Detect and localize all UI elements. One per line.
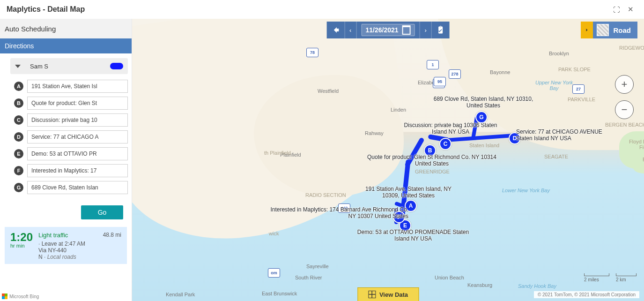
map-place-label: Keansburg (467, 282, 492, 288)
map-place-label: th Plainfield (264, 150, 291, 156)
map-place-label: BERGEN BEACH (605, 122, 644, 128)
waypoint-pin[interactable]: C (439, 138, 452, 150)
route-shield-icon: 95 (434, 77, 446, 86)
stop-row: B (27, 97, 128, 110)
map-place-label: PARK SLOPE (558, 67, 591, 72)
map-copyright: © 2021 TomTom, © 2021 Microsoft Corporat… (534, 291, 639, 298)
scale-bar: 2 miles 2 km (584, 273, 637, 282)
map-place-label: GREENRIDGE (415, 169, 450, 174)
calendar-icon (402, 25, 411, 35)
auto-scheduling-header[interactable]: Auto Scheduling (0, 19, 132, 38)
date-next-button[interactable]: › (420, 22, 432, 38)
waypoint-caption: 689 Clove Rd, Staten Island, NY 10310, U… (432, 96, 535, 109)
route-shield-icon: om (268, 268, 280, 278)
stop-row: E (27, 147, 128, 160)
map-place-label: wick (269, 231, 279, 236)
map-place-label: Rahway (365, 130, 384, 136)
map-place-label: Staten Island (469, 143, 499, 148)
route-shield-icon: 1 (427, 60, 439, 69)
bing-attribution: Microsoft Bing (2, 293, 39, 299)
map-place-label: SEAGATE (544, 154, 568, 159)
waypoint-pin[interactable]: G (475, 111, 488, 123)
zoom-out-button[interactable]: − (615, 100, 634, 119)
view-data-button[interactable]: View Data (357, 287, 419, 301)
stop-row: A (27, 80, 128, 93)
expand-icon[interactable]: ⛶ (609, 6, 623, 14)
stop-letter-icon: F (14, 166, 23, 175)
driver-name: Sam S (30, 63, 110, 70)
map-place-label: South River (295, 275, 322, 280)
map-place-label: Linden (391, 107, 406, 113)
summary-distance: 48.8 mi (103, 232, 121, 238)
zoom-in-button[interactable]: + (615, 75, 634, 94)
map-place-label: Westfield (318, 88, 339, 94)
map-place-label: East Brunswick (262, 291, 297, 296)
map-place-label: Union Beach (435, 275, 464, 280)
waypoint-caption: Interested in Maplytics: 174 Barnard Ave… (268, 206, 408, 219)
date-toolbar: ‹ 11/26/2021 › (326, 22, 450, 38)
clipboard-button[interactable] (432, 22, 450, 38)
map-place-label: Kendall Park (166, 292, 195, 297)
directions-header: Directions (0, 38, 132, 53)
date-picker[interactable]: 11/26/2021 (356, 22, 420, 38)
map-place-label: Bayonne (490, 69, 510, 75)
stop-input[interactable] (27, 181, 128, 194)
map-place-label: RADIO SECTION (305, 192, 346, 198)
go-button[interactable]: Go (81, 205, 123, 219)
stop-letter-icon: A (14, 82, 23, 91)
table-icon (368, 291, 376, 298)
waypoint-caption: Quote for product: Glen St Richmond Co. … (366, 154, 497, 167)
waypoint-caption: 191 Station Ave, Staten Island, NY 10309… (357, 186, 460, 199)
date-prev-button[interactable]: ‹ (345, 22, 356, 38)
map-place-label: Brooklyn (549, 51, 569, 56)
stop-letter-icon: B (14, 98, 23, 108)
driver-badge-icon (110, 63, 123, 69)
map-place-label: Lower New York Bay (502, 188, 550, 193)
close-icon[interactable]: ✕ (623, 5, 637, 14)
map-place-label: RIDGEWOOD (619, 45, 644, 51)
map-place-label: PARKVILLE (568, 97, 595, 102)
route-shield-icon: 78 (306, 48, 318, 57)
map-place-label: Floyd Bennett Field (629, 139, 644, 150)
app-title: Maplytics - Detail Map (7, 5, 609, 14)
waypoint-caption: Service: 77 at CHICAGO AVENUE Staten Isl… (516, 128, 619, 142)
title-bar: Maplytics - Detail Map ⛶ ✕ (0, 0, 644, 19)
stop-row: C (27, 113, 128, 127)
route-summary: 1:20 hr min Light traffic 48.8 mi · Leav… (5, 227, 127, 264)
map-canvas[interactable]: BrooklynPARK SLOPERIDGEWOODSOUTH OZONE P… (132, 19, 644, 301)
map-type-selector[interactable]: Road (581, 22, 638, 38)
stop-input[interactable] (27, 130, 128, 143)
map-type-label: Road (614, 26, 631, 34)
summary-leave: · Leave at 2:47 AM (38, 241, 121, 247)
map-place-label: Sayreville (306, 263, 329, 269)
stop-input[interactable] (27, 164, 128, 177)
map-type-chevron-icon[interactable] (581, 22, 593, 38)
route-shield-icon: 278 (449, 69, 461, 79)
stop-input[interactable] (27, 97, 128, 110)
waypoint-caption: Discussion: private bag 10306 Staten Isl… (404, 122, 497, 135)
stop-row: D (27, 130, 128, 143)
stop-letter-icon: C (14, 115, 23, 125)
route-shield-icon: 27 (572, 84, 585, 94)
summary-extra: N · Local roads (38, 254, 121, 260)
summary-via: Via NY-440 (38, 247, 121, 254)
map-place-label: Sandy Hook Bay (518, 283, 556, 289)
stop-row: F (27, 164, 128, 177)
stop-letter-icon: G (14, 183, 23, 192)
map-type-thumb-icon (597, 24, 609, 36)
chevron-down-icon (15, 65, 21, 68)
stop-input[interactable] (27, 80, 128, 93)
stop-letter-icon: E (14, 149, 23, 158)
stop-input[interactable] (27, 147, 128, 160)
sidebar: Auto Scheduling Directions Sam S ABCDEFG… (0, 19, 132, 301)
stop-row: G (27, 181, 128, 194)
stop-letter-icon: D (14, 132, 23, 142)
waypoint-caption: Demo: 53 at OTTAVIO PROMENADE Staten Isl… (352, 229, 474, 242)
summary-time-units: hr min (10, 243, 38, 248)
driver-toggle-row[interactable]: Sam S (10, 58, 128, 74)
stop-list: ABCDEFG (10, 80, 128, 194)
history-back-button[interactable] (326, 22, 345, 38)
map-place-label: Upper New York Bay (533, 80, 575, 91)
summary-time: 1:20 (10, 232, 38, 243)
stop-input[interactable] (27, 113, 128, 127)
